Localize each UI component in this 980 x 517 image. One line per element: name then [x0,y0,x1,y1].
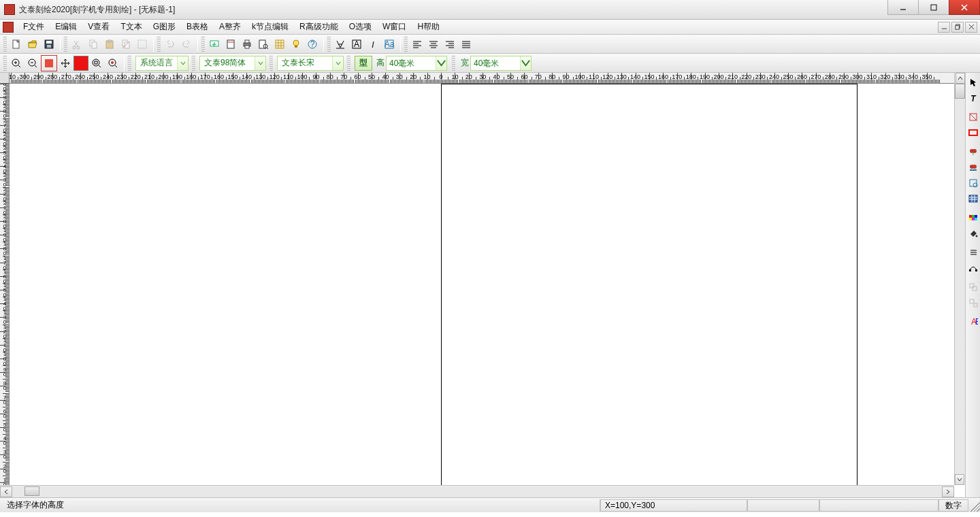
horizontal-scrollbar[interactable] [0,485,954,497]
preview-button[interactable] [255,36,272,52]
ungroup-button[interactable] [966,295,980,310]
type-button[interactable]: 型 [355,56,372,71]
menu-E编辑[interactable]: E编辑 [50,19,82,35]
open-file-button[interactable] [24,36,41,52]
table-tool-button[interactable] [966,191,980,206]
redo-button[interactable] [178,36,195,52]
clipart-tool-button[interactable] [966,144,980,159]
chevron-down-icon[interactable] [520,56,531,70]
frame-tool-button[interactable] [966,125,980,140]
canvas[interactable] [10,84,954,485]
menu-O选项[interactable]: O选项 [344,19,377,35]
text-format-button[interactable]: AB [966,314,980,329]
ruler-corner[interactable] [0,73,10,84]
trace-tool-button[interactable] [966,176,980,190]
save-file-button[interactable] [41,36,57,52]
menu-G图形[interactable]: G图形 [148,19,181,35]
text-orientation-button[interactable] [332,36,348,52]
toolbar-grip[interactable] [404,37,408,52]
group-button[interactable] [966,280,980,295]
menu-B表格[interactable]: B表格 [181,19,214,35]
help-button[interactable]: ? [304,36,321,52]
print-button[interactable] [239,36,255,52]
tip-button[interactable] [288,36,304,52]
cut-button[interactable] [69,36,85,52]
menu-H帮助[interactable]: H帮助 [412,19,445,35]
mdi-restore-button[interactable] [951,22,964,33]
select-all-button[interactable] [134,36,150,52]
page-setup-button[interactable] [223,36,239,52]
delete-button[interactable] [118,36,134,52]
height-combo[interactable]: 40毫米 [386,56,447,71]
menu-F文件[interactable]: F文件 [18,19,50,35]
scroll-thumb[interactable] [955,84,965,99]
menu-A整齐[interactable]: A整齐 [214,19,246,35]
pointer-tool-button[interactable] [966,75,980,90]
toolbar-grip[interactable] [3,56,7,71]
align-justify-button[interactable] [458,36,474,52]
chevron-down-icon[interactable] [332,56,343,70]
toolbar-grip[interactable] [201,37,205,52]
zoom-actual-button[interactable] [41,55,57,71]
fill-tool-button[interactable] [966,226,980,241]
chevron-down-icon[interactable] [255,56,265,70]
pan-button[interactable] [57,55,74,71]
resize-grip[interactable] [968,499,980,512]
width-combo[interactable]: 40毫米 [470,56,532,71]
scroll-thumb[interactable] [24,486,39,496]
scroll-left-button[interactable] [0,486,12,497]
zoom-page-button[interactable] [105,55,121,71]
text-box-button[interactable]: A [348,36,365,52]
undo-button[interactable] [162,36,178,52]
scroll-down-button[interactable] [955,474,964,485]
chevron-down-icon[interactable] [177,56,188,70]
shape-tool-button[interactable] [966,110,980,124]
grid-toggle-button[interactable] [272,36,288,52]
document-icon[interactable] [3,22,14,33]
new-file-button[interactable] [8,36,24,52]
align-center-button[interactable] [425,36,442,52]
menu-W窗口[interactable]: W窗口 [377,19,412,35]
language-combo[interactable]: 系统语言 [135,56,189,71]
toolbar-grip[interactable] [191,56,195,71]
width-value[interactable]: 40毫米 [471,56,520,70]
mdi-minimize-button[interactable] [938,22,950,33]
toolbar-grip[interactable] [269,56,273,71]
scroll-right-button[interactable] [942,486,954,497]
italic-button[interactable]: I [365,36,381,52]
align-left-button[interactable] [409,36,425,52]
zoom-in-button[interactable] [8,55,24,71]
zoom-fit-button[interactable] [88,55,105,71]
color-palette-button[interactable] [966,210,980,225]
mdi-close-button[interactable] [965,22,977,33]
font-settings-button[interactable]: Aa [381,36,397,52]
fill-color-button[interactable] [74,56,88,71]
zoom-out-button[interactable] [24,55,41,71]
toolbar-grip[interactable] [63,37,67,52]
copy-button[interactable] [85,36,101,52]
vertical-scrollbar[interactable] [954,73,965,485]
node-edit-button[interactable] [966,261,980,276]
height-value[interactable]: 40毫米 [387,56,436,70]
maximize-button[interactable] [918,0,949,15]
toolbar-grip[interactable] [327,37,331,52]
menu-k节点编辑[interactable]: k节点编辑 [246,19,294,35]
menu-V查看[interactable]: V查看 [82,19,115,35]
vertical-ruler[interactable]: 3002902802702602502402302202102001901801… [0,84,10,485]
horizontal-ruler[interactable]: 3103002902802702602502402302202102001901… [10,73,954,84]
toolbar-grip[interactable] [3,37,7,52]
menu-R高级功能[interactable]: R高级功能 [294,19,344,35]
font-family-combo[interactable]: 文泰98简体 [199,56,266,71]
toolbar-grip[interactable] [346,56,350,71]
toolbar-grip[interactable] [127,56,131,71]
toolbar-grip[interactable] [157,37,161,52]
align-right-button[interactable] [442,36,458,52]
chevron-down-icon[interactable] [436,56,446,70]
output-button[interactable] [206,36,223,52]
font-style-combo[interactable]: 文泰长宋 [277,56,344,71]
close-button[interactable] [949,0,980,15]
toolbar-grip[interactable] [451,56,455,71]
minimize-button[interactable] [887,0,919,15]
scroll-up-button[interactable] [956,73,965,84]
text-tool-button[interactable]: T [966,90,980,105]
